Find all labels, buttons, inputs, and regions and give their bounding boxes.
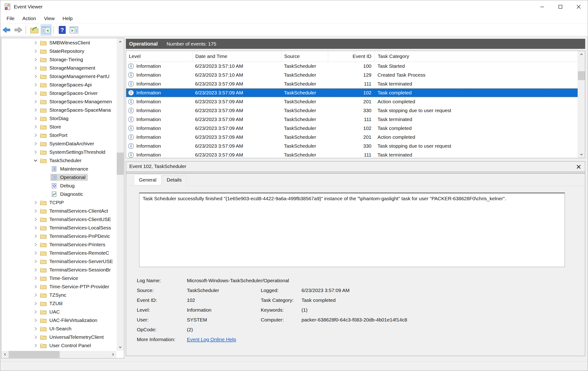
tree-item[interactable]: StorageManagement bbox=[2, 64, 116, 72]
tree-item[interactable]: Store bbox=[2, 123, 116, 131]
tree-item[interactable]: Time-Service-PTP-Provider bbox=[2, 282, 116, 291]
chevron-right-icon[interactable] bbox=[32, 259, 40, 264]
event-row[interactable]: Information6/23/2023 3:57:09 AMTaskSched… bbox=[126, 106, 578, 115]
tree-item[interactable]: StorPort bbox=[2, 131, 116, 140]
menu-item-file[interactable]: File bbox=[3, 13, 19, 24]
tree-item[interactable]: TerminalServices-PnPDevic bbox=[2, 232, 116, 241]
events-scroll-thumb[interactable] bbox=[578, 71, 585, 80]
tree-item[interactable]: TerminalServices-ServerUSE bbox=[2, 257, 116, 266]
tree-item[interactable]: User Control Panel bbox=[2, 341, 116, 350]
chevron-right-icon[interactable] bbox=[32, 268, 40, 272]
tree-item[interactable]: SystemDataArchiver bbox=[2, 140, 116, 148]
tree-item[interactable]: SystemSettingsThreshold bbox=[2, 148, 116, 156]
menu-item-help[interactable]: Help bbox=[58, 13, 76, 24]
tree-item[interactable]: Storage-Tiering bbox=[2, 55, 116, 64]
chevron-right-icon[interactable] bbox=[32, 99, 40, 104]
tree-item[interactable]: TerminalServices-ClientUSE bbox=[2, 215, 116, 224]
tree-item[interactable]: TerminalServices-Printers bbox=[2, 241, 116, 249]
scroll-down-icon[interactable] bbox=[578, 151, 585, 158]
menu-item-view[interactable]: View bbox=[40, 13, 58, 24]
column-header-level[interactable]: Level bbox=[126, 51, 192, 62]
forward-icon[interactable] bbox=[13, 25, 24, 35]
chevron-right-icon[interactable] bbox=[32, 57, 40, 62]
event-row[interactable]: Information6/23/2023 3:57:10 AMTaskSched… bbox=[126, 70, 578, 80]
tree-item[interactable]: StorageSpaces-SpaceMana bbox=[2, 106, 116, 114]
tree-item[interactable]: UI-Search bbox=[2, 324, 116, 333]
chevron-right-icon[interactable] bbox=[32, 293, 40, 297]
scroll-right-icon[interactable] bbox=[109, 351, 116, 358]
chevron-right-icon[interactable] bbox=[32, 74, 40, 79]
chevron-right-icon[interactable] bbox=[32, 108, 40, 112]
chevron-right-icon[interactable] bbox=[32, 209, 40, 213]
column-header-event-id[interactable]: Event ID bbox=[328, 51, 375, 62]
chevron-right-icon[interactable] bbox=[32, 343, 40, 348]
chevron-right-icon[interactable] bbox=[32, 335, 40, 340]
event-log-online-help-link[interactable]: Event Log Online Help bbox=[187, 337, 261, 342]
tree-item[interactable]: TCPIP bbox=[2, 198, 116, 207]
tree-item[interactable]: TerminalServices-ClientAct bbox=[2, 207, 116, 215]
chevron-right-icon[interactable] bbox=[32, 276, 40, 281]
scroll-up-icon[interactable] bbox=[578, 51, 585, 58]
chevron-right-icon[interactable] bbox=[32, 234, 40, 239]
menu-item-action[interactable]: Action bbox=[19, 13, 40, 24]
chevron-right-icon[interactable] bbox=[32, 40, 40, 45]
chevron-right-icon[interactable] bbox=[32, 125, 40, 129]
chevron-right-icon[interactable] bbox=[32, 116, 40, 121]
chevron-down-icon[interactable] bbox=[32, 159, 40, 162]
event-row[interactable]: Information6/23/2023 3:57:09 AMTaskSched… bbox=[126, 124, 578, 133]
minimize-button[interactable] bbox=[533, 0, 551, 13]
open-saved-log-icon[interactable] bbox=[29, 25, 40, 35]
tree-item[interactable]: Operational bbox=[2, 173, 116, 181]
tab-general[interactable]: General bbox=[134, 174, 161, 185]
scroll-left-icon[interactable] bbox=[2, 351, 9, 358]
chevron-right-icon[interactable] bbox=[32, 217, 40, 222]
tree-item[interactable]: Time-Service bbox=[2, 274, 116, 282]
chevron-right-icon[interactable] bbox=[32, 310, 40, 314]
tree-item[interactable]: SMBWitnessClient bbox=[2, 39, 116, 47]
tree-item[interactable]: StorageSpaces-Driver bbox=[2, 89, 116, 97]
tree-item[interactable]: UAC-FileVirtualization bbox=[2, 316, 116, 324]
tree-item[interactable]: UAC bbox=[2, 308, 116, 316]
tree-item[interactable]: Maintenance bbox=[2, 165, 116, 173]
tree-item[interactable]: TerminalServices-LocalSess bbox=[2, 224, 116, 232]
tree-item[interactable] bbox=[2, 350, 116, 351]
tree-scroll-thumb[interactable] bbox=[117, 152, 124, 175]
column-header-source[interactable]: Source bbox=[281, 51, 328, 62]
event-row[interactable]: Information6/23/2023 3:57:10 AMTaskSched… bbox=[126, 62, 578, 70]
column-header-task-category[interactable]: Task Category bbox=[375, 51, 578, 62]
tab-details[interactable]: Details bbox=[162, 176, 187, 186]
tree-horizontal-scrollbar[interactable] bbox=[2, 351, 116, 358]
tree-hscroll-thumb[interactable] bbox=[9, 351, 60, 358]
chevron-right-icon[interactable] bbox=[32, 318, 40, 323]
help-icon[interactable]: ? bbox=[57, 25, 68, 35]
maximize-button[interactable] bbox=[551, 0, 569, 13]
tree-item[interactable]: StateRepository bbox=[2, 47, 116, 55]
chevron-right-icon[interactable] bbox=[32, 225, 40, 230]
tree-item[interactable]: Diagnostic bbox=[2, 190, 116, 198]
chevron-right-icon[interactable] bbox=[32, 284, 40, 289]
chevron-right-icon[interactable] bbox=[32, 49, 40, 53]
close-button[interactable] bbox=[569, 0, 588, 13]
chevron-right-icon[interactable] bbox=[32, 150, 40, 154]
chevron-right-icon[interactable] bbox=[32, 326, 40, 331]
tree-item[interactable]: StorageSpaces-Managemen bbox=[2, 97, 116, 106]
tree-item[interactable]: Debug bbox=[2, 181, 116, 190]
scroll-down-icon[interactable] bbox=[117, 344, 124, 351]
tree-item[interactable]: UniversalTelemetryClient bbox=[2, 333, 116, 341]
chevron-right-icon[interactable] bbox=[32, 141, 40, 146]
back-icon[interactable] bbox=[1, 25, 12, 35]
events-vertical-scrollbar[interactable] bbox=[578, 51, 585, 158]
chevron-right-icon[interactable] bbox=[32, 91, 40, 96]
tree-item[interactable]: TZSync bbox=[2, 291, 116, 299]
event-row[interactable]: Information6/23/2023 3:57:09 AMTaskSched… bbox=[126, 80, 578, 88]
close-detail-icon[interactable] bbox=[576, 164, 582, 170]
tree-item[interactable]: TZUtil bbox=[2, 299, 116, 308]
chevron-right-icon[interactable] bbox=[32, 66, 40, 70]
tree-item[interactable]: TaskScheduler bbox=[2, 156, 116, 165]
tree-item[interactable]: TerminalServices-RemoteC bbox=[2, 249, 116, 257]
event-row[interactable]: Information6/23/2023 3:57:09 AMTaskSched… bbox=[126, 133, 578, 141]
tree-item[interactable]: StorageSpaces-Api bbox=[2, 80, 116, 89]
scroll-up-icon[interactable] bbox=[117, 38, 124, 45]
chevron-right-icon[interactable] bbox=[32, 82, 40, 87]
event-row[interactable]: Information6/23/2023 3:57:09 AMTaskSched… bbox=[126, 88, 578, 97]
